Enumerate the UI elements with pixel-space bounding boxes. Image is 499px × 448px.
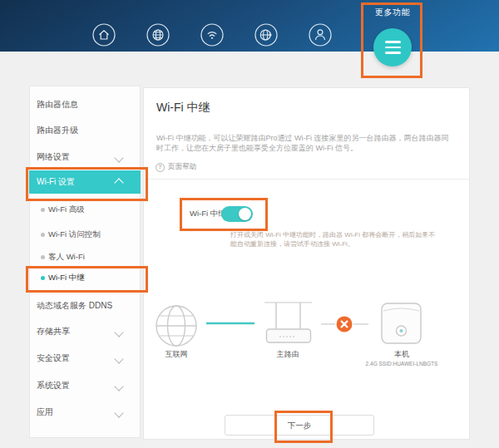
user-icon[interactable] <box>308 22 333 47</box>
section-divider <box>144 179 469 180</box>
sidebar-item-guest-wifi[interactable]: 客人 Wi-Fi <box>48 251 85 263</box>
bullet-icon <box>41 233 45 237</box>
repeater-diagram <box>154 297 428 348</box>
next-step-button[interactable]: 下一步 <box>225 415 374 436</box>
sidebar-item-wifi-advanced[interactable]: Wi-Fi 高级 <box>48 204 85 215</box>
page-title: Wi-Fi 中继 <box>156 101 210 116</box>
help-icon: ? <box>156 163 165 172</box>
wifi-icon[interactable] <box>200 22 225 47</box>
internet-icon[interactable] <box>146 22 170 47</box>
internet-globe-icon <box>156 306 196 346</box>
page-description: Wi-Fi 中继功能，可以让荣耀路由Pro通过 Wi-Fi 连接家里的另一台路由… <box>156 134 452 153</box>
this-device-label: 本机 2.4G SSID:HUAWEI-LNBGTS <box>349 349 454 367</box>
sidebar-item-wifi-repeater[interactable]: Wi-Fi 中继 <box>48 272 85 283</box>
toggle-knob <box>239 208 251 220</box>
header-bar: 更多功能 <box>0 0 499 52</box>
sidebar-item-router-upgrade[interactable]: 路由器升级 <box>37 125 78 136</box>
sidebar-item-wifi-access-control[interactable]: Wi-Fi 访问控制 <box>48 229 101 240</box>
page-help-link[interactable]: ? 页面帮助 <box>156 162 196 172</box>
sidebar-item-ddns[interactable]: 动态域名服务 DDNS <box>37 300 112 312</box>
sidebar-item-security-settings[interactable]: 安全设置 <box>37 352 70 364</box>
bullet-icon <box>41 208 45 212</box>
main-router-label: 主路由 <box>254 349 321 360</box>
bullet-active-icon <box>41 276 45 280</box>
wifi-repeater-toggle[interactable] <box>221 206 253 222</box>
hamburger-icon <box>385 41 401 43</box>
toggle-hint-text: 打开或关闭 Wi-Fi 中继功能时，路由器 Wi-Fi 都将会断开，稍后如果不 … <box>230 230 435 249</box>
internet-label: 互联网 <box>143 349 210 360</box>
this-device-icon <box>382 303 421 343</box>
sidebar-item-router-info[interactable]: 路由器信息 <box>37 99 78 111</box>
home-icon[interactable] <box>91 22 116 47</box>
sidebar-item-network-settings[interactable]: 网络设置 <box>37 151 70 163</box>
sidebar-item-storage-sharing[interactable]: 存储共享 <box>37 326 70 337</box>
device-ssid-label: 2.4G SSID:HUAWEI-LNBGTS <box>349 361 454 367</box>
page-help-label: 页面帮助 <box>168 162 196 172</box>
sidebar-item-system-settings[interactable]: 系统设置 <box>37 380 70 391</box>
more-functions-menu-button[interactable] <box>373 28 412 66</box>
network-speed-icon[interactable] <box>254 22 279 47</box>
sidebar-item-wifi-settings[interactable]: Wi-Fi 设置 <box>29 170 141 194</box>
bullet-icon <box>41 255 45 259</box>
disconnected-x-icon <box>337 317 353 332</box>
sidebar-item-label: Wi-Fi 设置 <box>37 170 75 194</box>
more-functions-label: 更多功能 <box>366 7 419 18</box>
sidebar-item-apps[interactable]: 应用 <box>37 406 53 418</box>
main-router-icon <box>264 303 312 342</box>
